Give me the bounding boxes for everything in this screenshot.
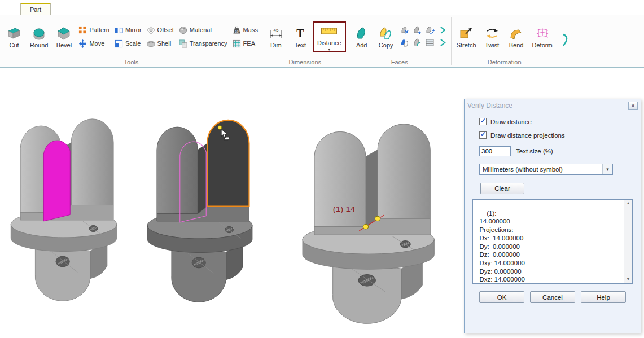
group-label-tools: Tools [1,59,261,67]
transparency-button[interactable]: Transparency [178,39,229,49]
offset-face-icon[interactable] [400,37,411,49]
scale-button[interactable]: Scale [113,39,143,49]
svg-text:T: T [296,27,304,39]
draw-projections-checkbox[interactable]: ✓ [479,131,487,139]
offset-label: Offset [157,27,174,33]
replace-face-icon[interactable] [412,37,423,49]
units-dropdown[interactable]: Millimeters (without symbol) ▾ [479,164,613,175]
part-view-highlighted-face[interactable] [5,89,132,313]
scale-label: Scale [125,40,141,47]
group-label-dimensions: Dimensions [263,59,347,67]
expand-faces-icon[interactable] [437,25,448,36]
dim-button[interactable]: 45 Dim [265,24,287,49]
copy-face-label: Copy [379,42,393,49]
results-text: (1): 14.000000 Projections: Dx: 14.00000… [476,210,525,283]
fea-icon [233,39,241,48]
rotate-face-icon[interactable] [424,25,436,36]
clipped-tool-icon[interactable] [559,33,573,50]
material-button[interactable]: Material [178,25,229,35]
pattern-label: Pattern [89,27,109,33]
cancel-button[interactable]: Cancel [530,291,575,303]
deform-button[interactable]: Deform [530,24,555,49]
expand-faces-2-icon[interactable] [437,37,448,49]
offset-button[interactable]: Offset [146,25,175,35]
close-icon[interactable]: × [628,102,638,110]
draw-projections-row: ✓ Draw distance projections [479,131,641,139]
cut-button[interactable]: Cut [3,24,25,49]
distance-dropdown-caret-icon[interactable]: ▾ [328,47,330,51]
ribbon-separator [558,17,558,65]
help-button[interactable]: Help [581,291,626,303]
part-view-face-selection[interactable] [141,90,267,314]
draw-projections-label: Draw distance projections [490,132,565,139]
dialog-titlebar[interactable]: Verify Distance × [465,99,641,112]
ribbon-group-dimensions: 45 Dim T Text Distance ▾ Dimensions [263,15,347,67]
svg-text:10: 10 [235,29,238,33]
transparency-icon [179,39,187,48]
ribbon-group-faces: Add Copy Faces [349,15,450,67]
twist-icon [485,26,500,41]
ok-button[interactable]: OK [479,291,524,303]
bend-label: Bend [509,42,524,49]
mirror-icon [115,26,123,34]
move-button[interactable]: Move [77,39,110,49]
draw-distance-checkbox[interactable]: ✓ [479,118,487,125]
results-box[interactable]: (1): 14.000000 Projections: Dx: 14.00000… [472,199,633,284]
distance-button[interactable]: Distance ▾ [314,23,345,51]
part-view-distance-measured[interactable]: (1) 14 [295,91,453,336]
move-face-icon[interactable] [412,25,423,36]
text-label: Text [295,42,306,49]
mass-label: Mass [243,27,258,33]
add-face-label: Add [356,42,367,49]
ribbon-group-deformation: Stretch Twist Bend Deform Deformation [452,15,557,67]
pattern-button[interactable]: Pattern [77,25,110,35]
text-button[interactable]: T Text [290,24,311,49]
mass-button[interactable]: 10 Mass [231,25,259,35]
dim-label: Dim [270,42,282,49]
group-label-faces: Faces [349,59,450,67]
cut-icon [7,26,21,41]
units-selected-value: Millimeters (without symbol) [483,166,563,173]
copy-face-button[interactable]: Copy [375,24,397,49]
fea-label: FEA [243,40,255,47]
text-size-input[interactable] [479,146,511,156]
distance-measurement-label: (1) 14 [333,205,356,213]
bend-button[interactable]: Bend [506,24,527,49]
tab-part[interactable]: Part [20,3,51,15]
add-face-button[interactable]: Add [351,24,373,49]
ribbon-group-tools: Cut Round Bevel Pattern Move [1,15,261,67]
distance-label: Distance [317,39,341,46]
offset-icon [147,26,155,34]
stretch-button[interactable]: Stretch [454,24,479,49]
clear-button[interactable]: Clear [480,183,524,194]
dialog-buttons: OK Cancel Help [479,291,626,303]
scroll-down-icon[interactable]: ▼ [627,276,630,283]
shell-button[interactable]: Shell [146,39,175,49]
model-canvas[interactable]: (1) 14 Verify Distance × ✓ Draw distance… [0,68,644,337]
scroll-up-icon[interactable]: ▲ [627,200,630,207]
copy-face-icon [379,26,393,41]
shell-label: Shell [157,40,171,47]
draw-distance-row: ✓ Draw distance [479,118,641,125]
draw-distance-label: Draw distance [490,118,532,125]
results-scrollbar[interactable]: ▲ ▼ [624,200,632,283]
stretch-icon [459,26,474,41]
fea-button[interactable]: FEA [231,39,259,49]
mirror-button[interactable]: Mirror [113,25,143,35]
merge-face-icon[interactable] [424,37,436,49]
dim-icon: 45 [269,26,283,41]
text-icon: T [293,26,308,41]
mass-icon: 10 [233,26,241,34]
round-button[interactable]: Round [28,24,50,49]
round-icon [32,26,46,41]
mirror-label: Mirror [125,27,142,33]
add-face-icon [354,26,369,41]
scale-icon [115,39,123,48]
bevel-button[interactable]: Bevel [53,24,75,49]
deform-icon [535,26,550,41]
shell-icon [147,39,155,48]
chevron-down-icon[interactable]: ▾ [602,164,612,174]
move-icon [78,39,87,48]
twist-button[interactable]: Twist [481,24,503,49]
remove-face-icon[interactable] [400,25,411,36]
